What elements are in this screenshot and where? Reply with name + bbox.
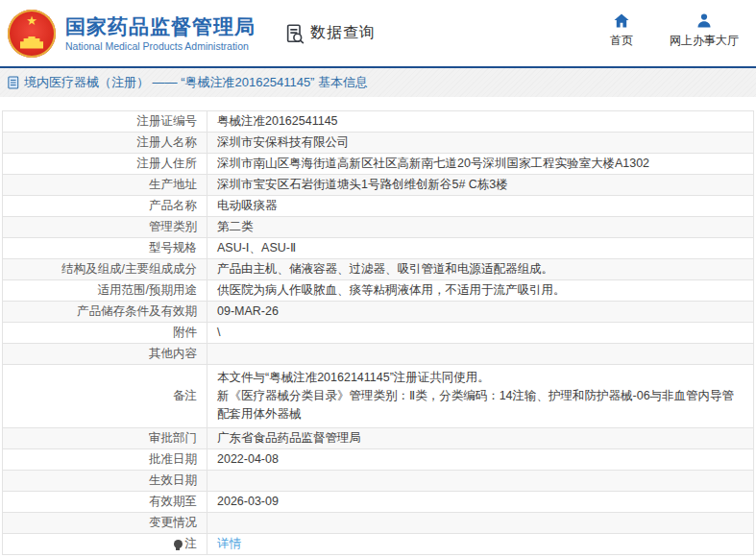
row-label: 生效日期 xyxy=(3,471,207,492)
row-value: 深圳市南山区粤海街道高新区社区高新南七道20号深圳国家工程实验室大楼A1302 xyxy=(207,154,754,175)
row-value: 详情 xyxy=(207,534,754,555)
row-label: 审批部门 xyxy=(3,428,207,449)
table-row: 备注本文件与“粤械注准20162141145”注册证共同使用。 新《医疗器械分类… xyxy=(3,365,754,428)
row-label: 结构及组成/主要组成成分 xyxy=(3,259,207,280)
row-value: 2026-03-09 xyxy=(207,492,754,513)
table-row: 有效期至2026-03-09 xyxy=(3,492,754,513)
row-label: 产品储存条件及有效期 xyxy=(3,302,207,323)
row-value: 广东省食品药品监督管理局 xyxy=(207,428,754,449)
row-label: 注 xyxy=(3,534,207,555)
table-row: 注册人名称深圳市安保科技有限公司 xyxy=(3,133,754,154)
row-value: 粤械注准20162541145 xyxy=(207,111,754,133)
row-label: 备注 xyxy=(3,365,207,428)
person-icon xyxy=(696,13,712,28)
breadcrumb-title: 境内医疗器械（注册） —— “粤械注准20162541145” 基本信息 xyxy=(24,74,368,91)
table-row: 管理类别第二类 xyxy=(3,217,754,238)
row-value: \ xyxy=(207,323,754,344)
table-row: 注册证编号粤械注准20162541145 xyxy=(3,111,754,133)
table-row: 注详情 xyxy=(3,534,754,555)
table-row: 其他内容 xyxy=(3,344,754,365)
page: 国家药品监督管理局 National Medical Products Admi… xyxy=(0,0,756,557)
info-table: 注册证编号粤械注准20162541145注册人名称深圳市安保科技有限公司注册人住… xyxy=(2,110,754,555)
service-hall-label: 网上办事大厅 xyxy=(670,33,739,49)
row-label: 注册人名称 xyxy=(3,133,207,154)
bulb-icon xyxy=(174,540,183,548)
nav-service-hall[interactable]: 网上办事大厅 xyxy=(670,13,739,49)
table-wrap: 注册证编号粤械注准20162541145注册人名称深圳市安保科技有限公司注册人住… xyxy=(2,110,754,555)
row-value xyxy=(207,513,754,534)
table-row: 变更情况 xyxy=(3,513,754,534)
national-emblem-logo xyxy=(8,10,56,58)
document-icon xyxy=(8,76,19,89)
home-icon xyxy=(614,13,629,28)
row-value: ASU-Ⅰ、ASU-Ⅱ xyxy=(207,238,754,259)
row-label: 注册人住所 xyxy=(3,154,207,175)
row-value: 09-MAR-26 xyxy=(207,302,754,323)
table-row: 适用范围/预期用途供医院为病人作吸脓血、痰等粘稠液体用，不适用于流产吸引用。 xyxy=(3,280,754,302)
row-value xyxy=(207,344,754,365)
table-row: 批准日期2022-04-08 xyxy=(3,449,754,471)
row-value: 本文件与“粤械注准20162141145”注册证共同使用。 新《医疗器械分类目录… xyxy=(207,365,754,428)
row-value: 深圳市宝安区石岩街道塘头1号路创维创新谷5# C栋3楼 xyxy=(207,175,754,196)
row-label: 附件 xyxy=(3,323,207,344)
row-value: 产品由主机、储液容器、过滤器、吸引管道和电源适配器组成。 xyxy=(207,259,754,280)
row-label: 注册证编号 xyxy=(3,111,207,133)
row-value xyxy=(207,471,754,492)
row-value: 供医院为病人作吸脓血、痰等粘稠液体用，不适用于流产吸引用。 xyxy=(207,280,754,302)
row-value: 深圳市安保科技有限公司 xyxy=(207,133,754,154)
row-value: 电动吸痰器 xyxy=(207,196,754,217)
site-header: 国家药品监督管理局 National Medical Products Admi… xyxy=(0,0,756,68)
details-link[interactable]: 详情 xyxy=(217,537,241,550)
home-label: 首页 xyxy=(610,33,633,49)
row-label: 有效期至 xyxy=(3,492,207,513)
row-label: 型号规格 xyxy=(3,238,207,259)
table-row: 生产地址深圳市宝安区石岩街道塘头1号路创维创新谷5# C栋3楼 xyxy=(3,175,754,196)
table-row: 注册人住所深圳市南山区粤海街道高新区社区高新南七道20号深圳国家工程实验室大楼A… xyxy=(3,154,754,175)
table-row: 附件\ xyxy=(3,323,754,344)
row-label: 生产地址 xyxy=(3,175,207,196)
document-search-icon xyxy=(284,23,305,44)
row-label: 产品名称 xyxy=(3,196,207,217)
row-label: 管理类别 xyxy=(3,217,207,238)
site-subtitle: National Medical Products Administration xyxy=(65,40,256,52)
table-row: 产品储存条件及有效期09-MAR-26 xyxy=(3,302,754,323)
table-row: 型号规格ASU-Ⅰ、ASU-Ⅱ xyxy=(3,238,754,259)
row-label: 变更情况 xyxy=(3,513,207,534)
brand: 国家药品监督管理局 National Medical Products Admi… xyxy=(65,14,256,52)
breadcrumb: 境内医疗器械（注册） —— “粤械注准20162541145” 基本信息 xyxy=(0,68,756,97)
row-label: 其他内容 xyxy=(3,344,207,365)
row-label: 适用范围/预期用途 xyxy=(3,280,207,302)
table-row: 产品名称电动吸痰器 xyxy=(3,196,754,217)
nav-home[interactable]: 首页 xyxy=(610,13,633,49)
table-row: 生效日期 xyxy=(3,471,754,492)
row-value: 2022-04-08 xyxy=(207,449,754,471)
table-row: 结构及组成/主要组成成分产品由主机、储液容器、过滤器、吸引管道和电源适配器组成。 xyxy=(3,259,754,280)
data-query-label: 数据查询 xyxy=(310,23,376,43)
nav-data-query[interactable]: 数据查询 xyxy=(284,23,376,44)
table-row: 审批部门广东省食品药品监督管理局 xyxy=(3,428,754,449)
info-table-body: 注册证编号粤械注准20162541145注册人名称深圳市安保科技有限公司注册人住… xyxy=(3,111,754,555)
row-label: 批准日期 xyxy=(3,449,207,471)
row-value: 第二类 xyxy=(207,217,754,238)
site-title: 国家药品监督管理局 xyxy=(65,14,256,38)
